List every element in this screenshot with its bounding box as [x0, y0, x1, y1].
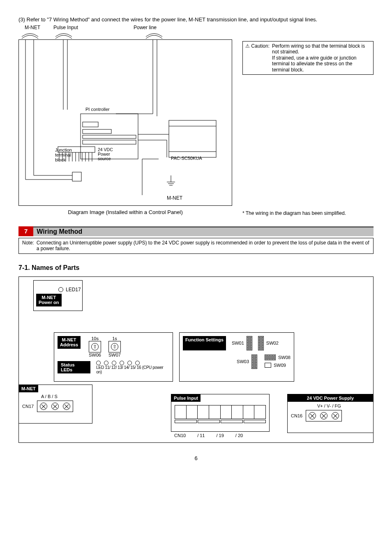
label-sw08: SW08	[278, 355, 291, 360]
label-junction: Junction terminal block	[55, 147, 72, 162]
caution-label: ⚠ Caution:	[245, 43, 270, 73]
mnet-address-badge: M-NET Address	[58, 336, 81, 349]
section-bar: 7 Wiring Method	[18, 226, 374, 236]
subheading: 7-1. Names of Parts	[18, 264, 374, 272]
wiring-diagram: PI controller Junction terminal block 24…	[18, 39, 232, 206]
terminal-icon	[332, 412, 339, 419]
diagram-caption: Diagram Image (Installed within a Contro…	[18, 209, 232, 215]
led-icon	[120, 361, 124, 365]
footnote: * The wiring in the diagram has been sim…	[242, 210, 374, 216]
caution-icon: ⚠	[245, 43, 250, 49]
header-label-pulse: Pulse Input	[53, 25, 134, 30]
led-icon	[96, 361, 101, 365]
led-icon	[112, 361, 116, 365]
label-pac: PAC-SC50KUA	[171, 156, 202, 161]
dip-icon	[265, 363, 271, 368]
pulse-input-badge: Pulse Input	[171, 394, 201, 402]
diagram-svg	[19, 40, 233, 206]
led-labels: LED 11/ 12/ 13/ 14/ 15/ 16 (CPU power on…	[96, 365, 169, 374]
label-cn20: / 20	[235, 433, 243, 438]
svg-rect-10	[83, 140, 136, 144]
power-supply-badge: 24 VDC Power Supply	[288, 394, 373, 402]
dial-sw07-icon: ⇧	[111, 343, 118, 350]
cn16-label: CN16	[291, 413, 302, 418]
dip-icon	[258, 336, 264, 350]
note-label: Note:	[22, 240, 34, 252]
abs-label: A / B / S	[41, 394, 89, 399]
label-24vdc-source: 24 VDC Power source	[98, 147, 113, 161]
led17-label: LED17	[66, 287, 81, 292]
section-title: Wiring Method	[33, 228, 85, 236]
intro-text: (3) Refer to "7 Wiring Method" and conne…	[18, 16, 374, 23]
header-label-power: Power line	[134, 25, 157, 30]
svg-rect-8	[83, 129, 111, 134]
dial-sw06-icon: ⇧	[91, 343, 99, 350]
led-icon	[135, 361, 140, 365]
section-number: 7	[18, 226, 33, 236]
dip-icon	[265, 355, 276, 360]
terminal-icon	[320, 412, 327, 419]
label-1s: 1s	[108, 336, 121, 341]
label-sw01: SW01	[232, 341, 244, 345]
terminal-icon	[51, 403, 59, 410]
dip-icon	[247, 336, 252, 350]
page-number: 6	[18, 455, 374, 461]
label-sw02: SW02	[266, 341, 279, 345]
svg-rect-9	[83, 135, 136, 138]
label-sw09: SW09	[274, 363, 286, 368]
mnet-power-badge: M-NET Power on	[36, 294, 62, 306]
label-cn11: / 11	[197, 433, 205, 438]
terminal-icon	[309, 412, 316, 419]
led17-icon	[58, 287, 63, 292]
diagram-header: M-NET Pulse Input Power line	[18, 25, 374, 30]
dip-icon	[251, 355, 257, 369]
ps-labels: V+ / V- / FG	[317, 403, 370, 408]
caution-box: ⚠ Caution: Perform wiring so that the te…	[242, 41, 374, 75]
label-cn10: CN10	[174, 433, 186, 438]
svg-rect-7	[83, 122, 98, 127]
note-box: Note: Connecting an Uninterruptible powe…	[18, 238, 374, 254]
label-10s: 10s	[89, 336, 101, 341]
parts-diagram: LED17 M-NET Power on M-NET Address 10s ⇧…	[18, 276, 374, 443]
label-mnet-bottom: M-NET	[167, 195, 182, 201]
label-pi-controller: PI controller	[85, 107, 110, 112]
label-sw03: SW03	[237, 359, 249, 364]
label-cn19: / 19	[216, 433, 224, 438]
terminal-icon	[40, 403, 47, 410]
led-icon	[127, 361, 132, 365]
terminal-icon	[63, 403, 70, 410]
caution-text: Perform wiring so that the terminal bloc…	[272, 43, 371, 73]
note-text: Connecting an Uninterruptible power supp…	[37, 240, 370, 252]
header-label-mnet: M-NET	[25, 25, 53, 30]
cn17-label: CN17	[22, 404, 34, 409]
mnet-badge: M-NET	[19, 385, 38, 393]
function-settings-badge: Function Settings	[183, 336, 226, 350]
cable-arches-icon	[18, 30, 232, 39]
label-sw07: SW07	[108, 352, 121, 357]
svg-rect-26	[72, 172, 81, 181]
status-leds-badge: Status LEDs	[58, 361, 90, 373]
label-sw06: SW06	[89, 352, 101, 357]
led-icon	[104, 361, 108, 365]
